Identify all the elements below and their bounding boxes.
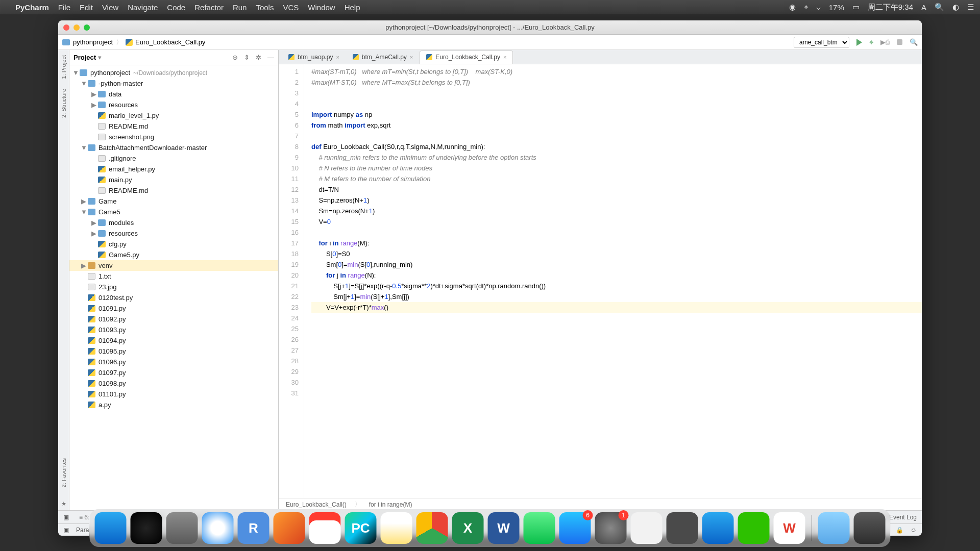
tree-item[interactable]: screenshot.png: [69, 132, 278, 142]
locate-icon[interactable]: ⊕: [232, 54, 238, 61]
search-everywhere-button[interactable]: 🔍: [910, 38, 918, 46]
menu-tools[interactable]: Tools: [256, 3, 274, 12]
editor-tab[interactable]: btm_uaop.py×: [282, 51, 346, 64]
tree-item[interactable]: ▼Game5: [69, 207, 278, 217]
wifi-icon[interactable]: ⌵: [816, 3, 821, 12]
tree-item[interactable]: 23.jpg: [69, 282, 278, 292]
dock-finder[interactable]: [95, 512, 127, 544]
tree-item[interactable]: ▶Game: [69, 196, 278, 207]
menu-refactor[interactable]: Refactor: [194, 3, 224, 12]
dock-chrome[interactable]: [416, 512, 448, 544]
dock-pycharm[interactable]: PC: [345, 512, 377, 544]
settings-icon[interactable]: ✲: [256, 54, 261, 61]
dock-settings[interactable]: 1: [595, 512, 627, 544]
tree-item[interactable]: ▶venv: [69, 260, 278, 271]
input-icon[interactable]: A: [921, 3, 926, 12]
tree-item[interactable]: mario_level_1.py: [69, 110, 278, 121]
tool-square[interactable]: ▣: [63, 514, 69, 521]
menu-vcs[interactable]: VCS: [283, 3, 299, 12]
dock-downloads[interactable]: [818, 512, 850, 544]
tree-item[interactable]: ▼-python-master: [69, 78, 278, 89]
collapse-icon[interactable]: ⇕: [244, 54, 250, 61]
editor-breadcrumb[interactable]: Euro_Lookback_Call()〉for i in range(M): [279, 498, 922, 510]
menu-run[interactable]: Run: [233, 3, 247, 12]
tree-item[interactable]: README.md: [69, 185, 278, 196]
dock-matlab[interactable]: [274, 512, 305, 544]
tree-item[interactable]: 01092.py: [69, 314, 278, 324]
dock-trash[interactable]: [854, 512, 886, 544]
tree-item[interactable]: ▼pythonproject~/Downloads/pythonproject: [69, 67, 278, 78]
tree-item[interactable]: ▶resources: [69, 99, 278, 110]
attach-button[interactable]: ▶⎙: [880, 38, 890, 46]
run-config-select[interactable]: ame_call_btm: [794, 37, 849, 48]
menu-help[interactable]: Help: [345, 3, 360, 12]
tree-item[interactable]: .gitignore: [69, 153, 278, 164]
stop-button[interactable]: [897, 39, 902, 45]
menu-edit[interactable]: Edit: [80, 3, 93, 12]
tree-item[interactable]: a.py: [69, 399, 278, 410]
tree-item[interactable]: Game5.py: [69, 249, 278, 260]
hide-icon[interactable]: —: [267, 54, 274, 61]
menu-icon[interactable]: ☰: [967, 3, 974, 12]
tree-item[interactable]: ▶resources: [69, 228, 278, 239]
tree-item[interactable]: 01097.py: [69, 367, 278, 378]
menu-window[interactable]: Window: [308, 3, 335, 12]
tool-project[interactable]: 1: Project: [61, 55, 67, 79]
code-editor[interactable]: #max(ST-mT,0) where mT=min(St,t belongs …: [304, 64, 922, 498]
dock-safari[interactable]: [202, 512, 234, 544]
close-tab-icon[interactable]: ×: [410, 54, 413, 60]
tool-structure[interactable]: 2: Structure: [61, 89, 67, 118]
close-tab-icon[interactable]: ×: [503, 54, 506, 60]
run-button[interactable]: [856, 39, 862, 46]
menu-file[interactable]: File: [58, 3, 70, 12]
spotlight-icon[interactable]: 🔍: [935, 3, 944, 12]
control-icon[interactable]: ◐: [952, 3, 959, 12]
breadcrumb-root[interactable]: pythonproject: [73, 38, 113, 46]
dock-calendar[interactable]: 2: [309, 512, 341, 544]
tool-num[interactable]: ≡ 6:: [79, 514, 89, 521]
menu-code[interactable]: Code: [167, 3, 185, 12]
dock-launchpad[interactable]: [166, 512, 198, 544]
breadcrumb-file[interactable]: Euro_Lookback_Call.py: [135, 38, 205, 46]
tree-item[interactable]: 01098.py: [69, 378, 278, 389]
clock-text[interactable]: 周二下午9:34: [868, 3, 913, 12]
dock-qq[interactable]: [702, 512, 734, 544]
dock-siri[interactable]: [131, 512, 162, 544]
dock-notes[interactable]: [381, 512, 412, 544]
tree-item[interactable]: ▼BatchAttachmentDownloader-master: [69, 142, 278, 153]
tree-item[interactable]: 01093.py: [69, 324, 278, 335]
tree-item[interactable]: 01096.py: [69, 357, 278, 367]
tree-item[interactable]: ▶data: [69, 89, 278, 99]
dock-wechat[interactable]: [738, 512, 770, 544]
menu-view[interactable]: View: [102, 3, 118, 12]
tree-item[interactable]: cfg.py: [69, 239, 278, 249]
tree-item[interactable]: email_helper.py: [69, 164, 278, 174]
tree-item[interactable]: main.py: [69, 174, 278, 185]
tree-item[interactable]: 0120test.py: [69, 292, 278, 303]
hector-icon[interactable]: ☺: [911, 527, 917, 534]
tool-favorites[interactable]: 2: Favorites: [61, 458, 67, 487]
tree-item[interactable]: 01091.py: [69, 303, 278, 314]
line-gutter[interactable]: 1234567891011121314151617181920212223242…: [279, 64, 304, 498]
dock-facetime[interactable]: [524, 512, 555, 544]
dock-rstudio[interactable]: R: [238, 512, 270, 544]
tree-item[interactable]: 01095.py: [69, 346, 278, 357]
record-icon[interactable]: ◉: [789, 3, 796, 12]
dock-word[interactable]: W: [488, 512, 520, 544]
lock-icon[interactable]: 🔒: [896, 527, 903, 534]
menu-navigate[interactable]: Navigate: [128, 3, 158, 12]
dock-excel[interactable]: X: [452, 512, 484, 544]
tree-item[interactable]: 01101.py: [69, 389, 278, 399]
tree-item[interactable]: 1.txt: [69, 271, 278, 282]
dock-wps[interactable]: W: [774, 512, 805, 544]
bluetooth-icon[interactable]: ⌖: [804, 3, 808, 12]
tree-title[interactable]: Project: [74, 54, 96, 61]
dock-sublime[interactable]: [667, 512, 698, 544]
tree-item[interactable]: 01094.py: [69, 335, 278, 346]
close-tab-icon[interactable]: ×: [336, 54, 339, 60]
tree-item[interactable]: ▶modules: [69, 217, 278, 228]
dock-idle[interactable]: [631, 512, 663, 544]
editor-tab[interactable]: btm_AmeCall.py×: [346, 51, 420, 64]
dock-appstore[interactable]: 6: [559, 512, 591, 544]
menubar-app[interactable]: PyCharm: [15, 3, 49, 12]
